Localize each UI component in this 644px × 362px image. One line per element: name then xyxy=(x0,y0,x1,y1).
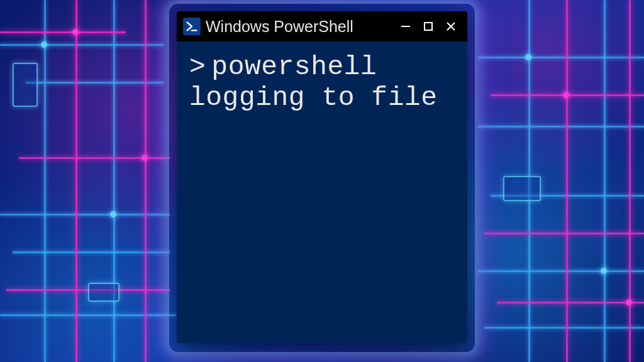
console-area[interactable]: >powershell logging to file xyxy=(177,41,467,343)
prompt-symbol: > xyxy=(189,52,206,82)
powershell-icon xyxy=(183,18,201,35)
svg-rect-2 xyxy=(425,23,432,30)
window-title: Windows PowerShell xyxy=(206,18,389,36)
powershell-window: Windows PowerShell >powershell logging t… xyxy=(177,11,467,343)
window-controls xyxy=(394,11,462,41)
maximize-button[interactable] xyxy=(417,11,440,41)
titlebar[interactable]: Windows PowerShell xyxy=(177,11,467,41)
close-button[interactable] xyxy=(440,11,462,41)
minimize-button[interactable] xyxy=(394,11,417,41)
command-text: powershell logging to file xyxy=(189,52,438,113)
